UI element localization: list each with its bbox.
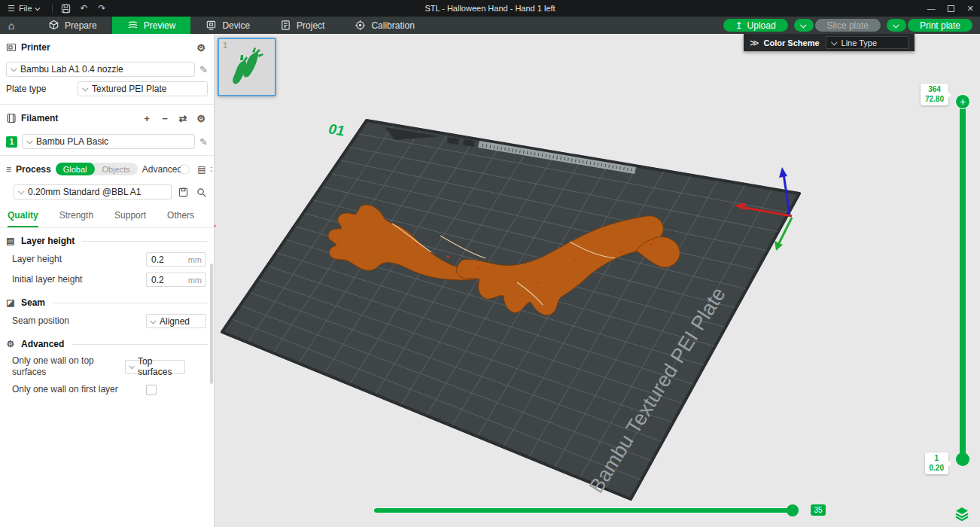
group-title: Seam xyxy=(21,297,45,308)
print-dropdown-button[interactable] xyxy=(887,19,906,32)
step-slider-value-badge: 35 xyxy=(811,504,826,516)
bottom-layer-number: 1 xyxy=(930,454,944,464)
param-label: Only one wall on first layer xyxy=(12,384,146,395)
chevron-down-icon xyxy=(26,138,32,144)
layer-slider-top-handle[interactable]: + xyxy=(955,94,970,109)
layer-slider-track[interactable] xyxy=(960,102,966,459)
layer-slider-bottom-handle[interactable] xyxy=(956,452,969,466)
process-preset-select[interactable]: 0.20mm Standard @BBL A1 xyxy=(14,184,172,200)
plate-type-value: Textured PEI Plate xyxy=(92,84,166,94)
print-plate-button[interactable]: Print plate xyxy=(908,19,972,32)
printer-settings-button[interactable]: ⚙ xyxy=(194,41,208,54)
save-preset-button[interactable] xyxy=(176,185,190,199)
color-scheme-label: Color Scheme xyxy=(764,38,820,47)
color-scheme-value: Line Type xyxy=(842,38,878,47)
one-wall-first-layer-checkbox[interactable] xyxy=(146,385,157,395)
layer-slider-top-tooltip: 364 72.80 xyxy=(921,84,948,105)
step-slider-fill xyxy=(374,508,793,513)
tab-label: Calibration xyxy=(371,20,414,31)
color-scheme-select[interactable]: Line Type xyxy=(826,36,908,49)
3d-viewport[interactable]: 01 Bambu Textured PEI Plate xyxy=(215,34,980,527)
edit-printer-icon[interactable]: ✎ xyxy=(199,64,208,75)
calibration-icon xyxy=(355,20,366,31)
one-wall-top-value: Top surfaces xyxy=(138,356,180,377)
step-slider-track[interactable]: 35 xyxy=(373,507,799,514)
home-button[interactable]: ⌂ xyxy=(0,17,23,34)
plate-type-select[interactable]: Textured PEI Plate xyxy=(78,81,208,96)
gear-icon: ⚙ xyxy=(196,113,205,124)
seam-icon: ◪ xyxy=(5,297,17,308)
remove-filament-button[interactable]: − xyxy=(158,111,172,125)
seam-group-header: ◪ Seam xyxy=(0,290,214,311)
tab-quality[interactable]: Quality xyxy=(8,209,38,227)
param-one-wall-top: Only one wall on top surfaces Top surfac… xyxy=(0,352,214,381)
param-seam-position: Seam position Aligned xyxy=(0,311,214,331)
sidebar-scrollbar[interactable] xyxy=(210,264,213,384)
group-title: Layer height xyxy=(21,236,75,246)
layer-height-group-header: ▤ Layer height xyxy=(0,228,214,249)
project-icon xyxy=(280,20,291,31)
upload-button[interactable]: ↥ Upload xyxy=(723,19,788,32)
divider xyxy=(82,241,208,242)
filament-preset-select[interactable]: Bambu PLA Basic xyxy=(22,134,195,149)
divider xyxy=(53,303,208,303)
scope-global-button[interactable]: Global xyxy=(56,163,95,175)
search-preset-button[interactable] xyxy=(194,185,208,199)
tab-support[interactable]: Support xyxy=(114,209,146,227)
file-menu-label: File xyxy=(19,4,32,13)
window-title: STL - Halloween Hand - Hand 1 left xyxy=(0,4,980,13)
gear-icon: ⚙ xyxy=(196,42,205,53)
edit-filament-icon[interactable]: ✎ xyxy=(199,136,208,148)
tab-device[interactable]: Device xyxy=(190,17,265,34)
chevron-down-icon xyxy=(831,39,837,45)
layers-view-button[interactable] xyxy=(953,504,971,522)
printer-preset-value: Bambu Lab A1 0.4 nozzle xyxy=(20,64,123,75)
close-button[interactable]: ✕ xyxy=(960,0,980,17)
scope-objects-button[interactable]: Objects xyxy=(95,163,138,175)
tab-calibration[interactable]: Calibration xyxy=(339,17,429,34)
process-scope-toggle: Global Objects xyxy=(56,163,138,175)
slice-dropdown-button[interactable] xyxy=(794,19,814,32)
tab-preview[interactable]: Preview xyxy=(112,17,191,34)
chevron-down-icon xyxy=(129,363,135,369)
tab-project[interactable]: Project xyxy=(265,17,339,34)
upload-label: Upload xyxy=(747,20,776,31)
advanced-label: Advanced xyxy=(142,164,182,175)
main-tabs: Prepare Preview Device Project Calibrati… xyxy=(33,17,430,34)
initial-layer-height-input[interactable] xyxy=(147,275,186,285)
upload-icon: ↥ xyxy=(735,20,743,31)
redo-icon: ↷ xyxy=(99,3,106,14)
printer-preset-select[interactable]: Bambu Lab A1 0.4 nozzle xyxy=(6,62,195,77)
collapse-icon[interactable]: ≫ xyxy=(750,38,758,48)
undo-button[interactable]: ↶ xyxy=(75,0,93,17)
minimize-icon: — xyxy=(927,4,936,13)
filament-settings-button[interactable]: ⚙ xyxy=(194,111,208,125)
cube-icon xyxy=(48,20,59,31)
chevron-down-icon xyxy=(893,22,899,28)
step-slider-handle[interactable] xyxy=(787,504,799,516)
printer-section-header: Printer ⚙ xyxy=(0,34,214,59)
plate-thumbnail[interactable]: 1 xyxy=(218,38,276,96)
minimize-button[interactable]: — xyxy=(921,0,941,17)
tab-strength[interactable]: Strength xyxy=(59,209,93,227)
layer-height-input[interactable] xyxy=(147,254,186,265)
sync-filament-button[interactable]: ⇄ xyxy=(176,111,190,125)
file-menu[interactable]: ☰ File xyxy=(0,0,47,17)
build-plate-scene: 01 Bambu Textured PEI Plate xyxy=(215,34,980,527)
process-tabs: Quality Strength Support Others xyxy=(0,201,214,228)
printer-icon xyxy=(6,42,17,53)
filament-preset-value: Bambu PLA Basic xyxy=(36,136,108,147)
save-icon xyxy=(61,4,71,14)
add-filament-button[interactable]: + xyxy=(140,111,154,125)
tab-prepare[interactable]: Prepare xyxy=(33,17,112,34)
tab-others[interactable]: Others xyxy=(167,209,194,227)
save-button[interactable] xyxy=(57,0,75,17)
parameter-table-icon[interactable]: ▤ xyxy=(197,164,205,175)
param-label: Only one wall on top surfaces xyxy=(12,355,125,378)
one-wall-top-select[interactable]: Top surfaces xyxy=(125,360,185,374)
restore-button[interactable] xyxy=(941,0,960,17)
chevron-down-icon xyxy=(82,85,88,91)
slice-plate-button[interactable]: Slice plate xyxy=(815,19,881,32)
redo-button[interactable]: ↷ xyxy=(93,0,111,17)
seam-position-select[interactable]: Aligned xyxy=(146,314,206,328)
